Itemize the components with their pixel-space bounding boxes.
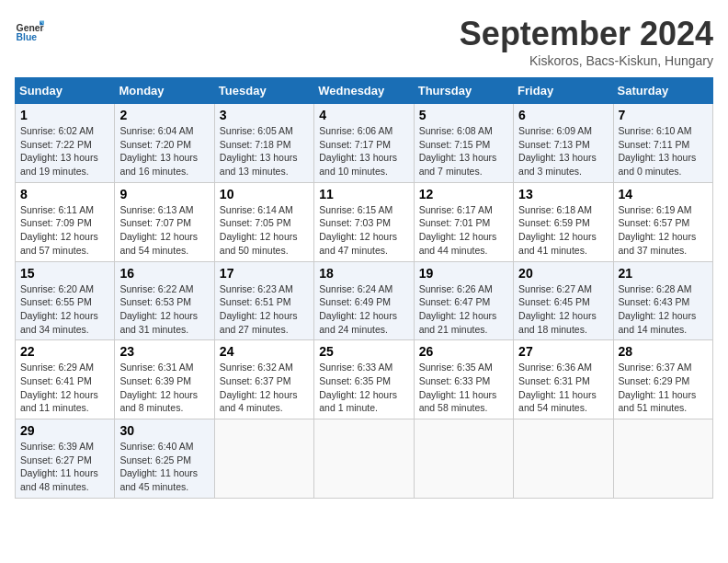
- day-cell: 18Sunrise: 6:24 AMSunset: 6:49 PMDayligh…: [314, 261, 414, 340]
- day-cell: 19Sunrise: 6:26 AMSunset: 6:47 PMDayligh…: [414, 261, 513, 340]
- day-info: Sunrise: 6:11 AMSunset: 7:09 PMDaylight:…: [20, 203, 109, 258]
- week-row-4: 22Sunrise: 6:29 AMSunset: 6:41 PMDayligh…: [16, 340, 713, 419]
- day-number: 9: [119, 187, 209, 201]
- day-number: 24: [220, 344, 309, 359]
- location: Kiskoros, Bacs-Kiskun, Hungary: [460, 53, 713, 68]
- day-number: 6: [518, 108, 608, 122]
- day-info: Sunrise: 6:37 AMSunset: 6:29 PMDaylight:…: [619, 361, 708, 415]
- day-info: Sunrise: 6:26 AMSunset: 6:47 PMDaylight:…: [419, 282, 508, 337]
- week-row-3: 15Sunrise: 6:20 AMSunset: 6:55 PMDayligh…: [16, 261, 713, 340]
- day-number: 14: [619, 187, 708, 201]
- day-cell: 11Sunrise: 6:15 AMSunset: 7:03 PMDayligh…: [314, 182, 414, 261]
- day-info: Sunrise: 6:05 AMSunset: 7:18 PMDaylight:…: [220, 124, 309, 178]
- day-cell: [414, 419, 513, 499]
- day-number: 21: [619, 266, 708, 281]
- day-cell: 17Sunrise: 6:23 AMSunset: 6:51 PMDayligh…: [214, 261, 313, 340]
- day-cell: 5Sunrise: 6:08 AMSunset: 7:15 PMDaylight…: [414, 104, 513, 183]
- day-cell: 13Sunrise: 6:18 AMSunset: 6:59 PMDayligh…: [514, 182, 613, 261]
- day-cell: 10Sunrise: 6:14 AMSunset: 7:05 PMDayligh…: [214, 182, 313, 261]
- svg-text:Blue: Blue: [17, 32, 38, 42]
- day-info: Sunrise: 6:22 AMSunset: 6:53 PMDaylight:…: [119, 282, 209, 337]
- day-info: Sunrise: 6:28 AMSunset: 6:43 PMDaylight:…: [619, 282, 708, 337]
- day-cell: 22Sunrise: 6:29 AMSunset: 6:41 PMDayligh…: [16, 340, 115, 419]
- day-cell: 1Sunrise: 6:02 AMSunset: 7:22 PMDaylight…: [16, 104, 115, 183]
- day-cell: 6Sunrise: 6:09 AMSunset: 7:13 PMDaylight…: [514, 104, 613, 183]
- day-number: 12: [419, 187, 508, 201]
- day-number: 25: [319, 344, 408, 359]
- week-row-1: 1Sunrise: 6:02 AMSunset: 7:22 PMDaylight…: [16, 104, 713, 183]
- day-info: Sunrise: 6:18 AMSunset: 6:59 PMDaylight:…: [518, 203, 608, 258]
- day-number: 4: [319, 108, 408, 122]
- day-cell: 28Sunrise: 6:37 AMSunset: 6:29 PMDayligh…: [613, 340, 712, 419]
- logo-icon: General Blue: [15, 15, 44, 44]
- day-cell: 9Sunrise: 6:13 AMSunset: 7:07 PMDaylight…: [115, 182, 214, 261]
- day-number: 2: [119, 108, 209, 122]
- day-number: 7: [619, 108, 708, 122]
- header-day-tuesday: Tuesday: [214, 78, 313, 104]
- day-cell: 15Sunrise: 6:20 AMSunset: 6:55 PMDayligh…: [16, 261, 115, 340]
- day-number: 16: [119, 266, 209, 281]
- day-cell: 23Sunrise: 6:31 AMSunset: 6:39 PMDayligh…: [115, 340, 214, 419]
- day-info: Sunrise: 6:02 AMSunset: 7:22 PMDaylight:…: [20, 124, 109, 178]
- day-number: 23: [119, 344, 209, 359]
- day-info: Sunrise: 6:40 AMSunset: 6:25 PMDaylight:…: [119, 440, 209, 494]
- day-cell: 24Sunrise: 6:32 AMSunset: 6:37 PMDayligh…: [214, 340, 313, 419]
- day-cell: 3Sunrise: 6:05 AMSunset: 7:18 PMDaylight…: [214, 104, 313, 183]
- day-info: Sunrise: 6:33 AMSunset: 6:35 PMDaylight:…: [319, 361, 408, 415]
- day-cell: 27Sunrise: 6:36 AMSunset: 6:31 PMDayligh…: [514, 340, 613, 419]
- day-number: 11: [319, 187, 408, 201]
- week-row-5: 29Sunrise: 6:39 AMSunset: 6:27 PMDayligh…: [16, 419, 713, 499]
- day-info: Sunrise: 6:36 AMSunset: 6:31 PMDaylight:…: [518, 361, 608, 415]
- day-number: 5: [419, 108, 508, 122]
- day-cell: 2Sunrise: 6:04 AMSunset: 7:20 PMDaylight…: [115, 104, 214, 183]
- day-cell: 8Sunrise: 6:11 AMSunset: 7:09 PMDaylight…: [16, 182, 115, 261]
- day-number: 10: [220, 187, 309, 201]
- day-info: Sunrise: 6:29 AMSunset: 6:41 PMDaylight:…: [20, 361, 109, 415]
- day-info: Sunrise: 6:14 AMSunset: 7:05 PMDaylight:…: [220, 203, 309, 258]
- day-number: 13: [518, 187, 608, 201]
- day-info: Sunrise: 6:39 AMSunset: 6:27 PMDaylight:…: [20, 440, 109, 494]
- header: General Blue September 2024 Kiskoros, Ba…: [15, 15, 713, 68]
- day-info: Sunrise: 6:15 AMSunset: 7:03 PMDaylight:…: [319, 203, 408, 258]
- day-info: Sunrise: 6:31 AMSunset: 6:39 PMDaylight:…: [119, 361, 209, 415]
- day-cell: 29Sunrise: 6:39 AMSunset: 6:27 PMDayligh…: [16, 419, 115, 499]
- header-day-friday: Friday: [514, 78, 613, 104]
- day-info: Sunrise: 6:13 AMSunset: 7:07 PMDaylight:…: [119, 203, 209, 258]
- day-number: 28: [619, 344, 708, 359]
- day-number: 15: [20, 266, 109, 281]
- day-info: Sunrise: 6:24 AMSunset: 6:49 PMDaylight:…: [319, 282, 408, 337]
- title-area: September 2024 Kiskoros, Bacs-Kiskun, Hu…: [460, 15, 713, 68]
- day-number: 22: [20, 344, 109, 359]
- day-info: Sunrise: 6:20 AMSunset: 6:55 PMDaylight:…: [20, 282, 109, 337]
- day-number: 20: [518, 266, 608, 281]
- day-info: Sunrise: 6:04 AMSunset: 7:20 PMDaylight:…: [119, 124, 209, 178]
- day-number: 18: [319, 266, 408, 281]
- day-info: Sunrise: 6:19 AMSunset: 6:57 PMDaylight:…: [619, 203, 708, 258]
- day-number: 1: [20, 108, 109, 122]
- day-cell: 30Sunrise: 6:40 AMSunset: 6:25 PMDayligh…: [115, 419, 214, 499]
- day-number: 29: [20, 423, 109, 438]
- day-info: Sunrise: 6:35 AMSunset: 6:33 PMDaylight:…: [419, 361, 508, 415]
- month-year: September 2024: [460, 15, 713, 53]
- day-number: 26: [419, 344, 508, 359]
- header-day-monday: Monday: [115, 78, 214, 104]
- day-number: 27: [518, 344, 608, 359]
- day-cell: 14Sunrise: 6:19 AMSunset: 6:57 PMDayligh…: [613, 182, 712, 261]
- day-number: 19: [419, 266, 508, 281]
- day-info: Sunrise: 6:17 AMSunset: 7:01 PMDaylight:…: [419, 203, 508, 258]
- day-info: Sunrise: 6:06 AMSunset: 7:17 PMDaylight:…: [319, 124, 408, 178]
- day-cell: 4Sunrise: 6:06 AMSunset: 7:17 PMDaylight…: [314, 104, 414, 183]
- header-day-wednesday: Wednesday: [314, 78, 414, 104]
- day-cell: 25Sunrise: 6:33 AMSunset: 6:35 PMDayligh…: [314, 340, 414, 419]
- day-cell: [613, 419, 712, 499]
- day-cell: [214, 419, 313, 499]
- header-day-thursday: Thursday: [414, 78, 513, 104]
- logo: General Blue: [15, 15, 44, 44]
- day-cell: 26Sunrise: 6:35 AMSunset: 6:33 PMDayligh…: [414, 340, 513, 419]
- day-cell: 16Sunrise: 6:22 AMSunset: 6:53 PMDayligh…: [115, 261, 214, 340]
- day-cell: 20Sunrise: 6:27 AMSunset: 6:45 PMDayligh…: [514, 261, 613, 340]
- header-day-saturday: Saturday: [613, 78, 712, 104]
- calendar-header-row: SundayMondayTuesdayWednesdayThursdayFrid…: [16, 78, 713, 104]
- day-info: Sunrise: 6:23 AMSunset: 6:51 PMDaylight:…: [220, 282, 309, 337]
- day-number: 8: [20, 187, 109, 201]
